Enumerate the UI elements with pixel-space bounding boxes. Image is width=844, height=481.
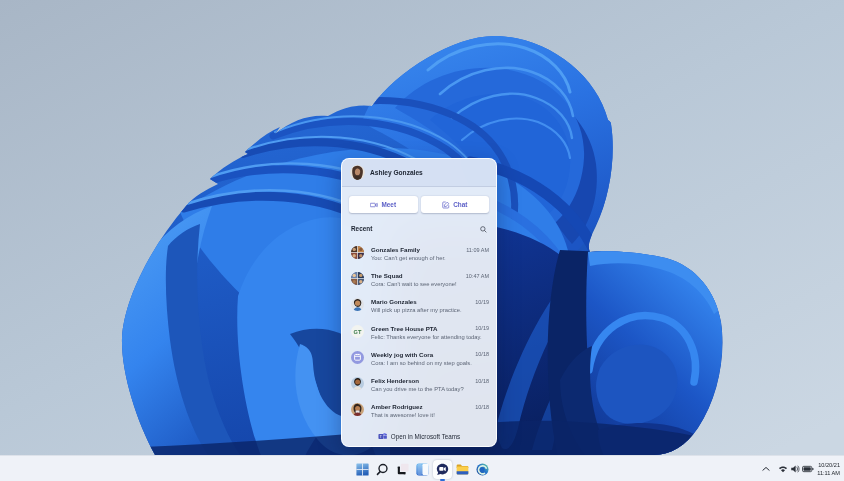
svg-text:GT: GT xyxy=(354,328,362,334)
